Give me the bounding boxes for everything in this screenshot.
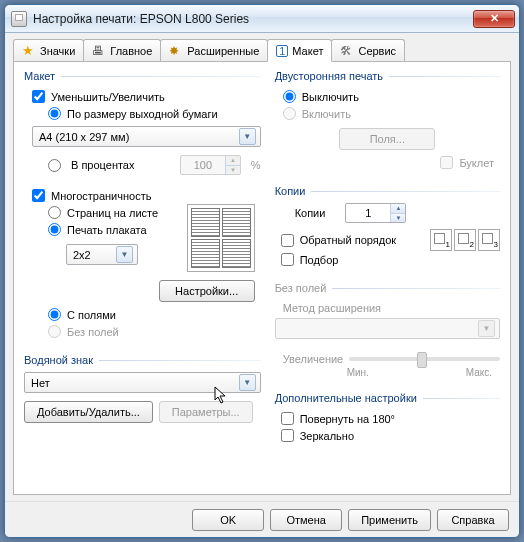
borderless-label: Без полей <box>67 326 119 338</box>
paper-size-dropdown[interactable]: А4 (210 x 297 мм) ▼ <box>32 126 261 147</box>
cancel-button[interactable]: Отмена <box>270 509 342 531</box>
booklet-row: Буклет <box>275 154 500 171</box>
spin-down-icon: ▼ <box>225 166 240 175</box>
extra-group: Дополнительные настройки Повернуть на 18… <box>275 392 500 444</box>
spin-up-icon: ▲ <box>225 156 240 166</box>
tab-content: Макет Уменьшить/Увеличить По размеру вых… <box>13 61 511 495</box>
chevron-down-icon: ▼ <box>116 246 133 263</box>
booklet-checkbox <box>440 156 453 169</box>
close-button[interactable]: ✕ <box>473 10 515 28</box>
tab-main[interactable]: 🖶 Главное <box>83 39 161 62</box>
copies-label: Копии <box>295 207 326 219</box>
chevron-down-icon: ▼ <box>239 128 256 145</box>
wrench-icon: 🛠 <box>340 44 354 58</box>
apply-button[interactable]: Применить <box>348 509 431 531</box>
reverse-order-label: Обратный порядок <box>300 234 396 246</box>
poster-radio[interactable] <box>48 223 61 236</box>
extra-title: Дополнительные настройки <box>275 392 500 404</box>
poster-size-dropdown[interactable]: 2x2 ▼ <box>66 244 138 265</box>
right-column: Двусторонняя печать Выключить Включить П… <box>275 70 500 486</box>
enlarge-label: Увеличение <box>283 353 344 365</box>
mirror-row[interactable]: Зеркально <box>275 427 500 444</box>
pages-per-sheet-radio[interactable] <box>48 206 61 219</box>
tab-badges[interactable]: ★ Значки <box>13 39 84 62</box>
percent-label: В процентах <box>71 159 135 171</box>
borderless-group: Без полей Метод расширения ▼ Увеличение … <box>275 282 500 378</box>
watermark-title: Водяной знак <box>24 354 261 366</box>
watermark-dropdown[interactable]: Нет ▼ <box>24 372 261 393</box>
method-label: Метод расширения <box>275 300 500 318</box>
fit-output-label: По размеру выходной бумаги <box>67 108 218 120</box>
star-icon: ★ <box>22 44 36 58</box>
percent-value: 100 <box>181 156 225 174</box>
ok-button[interactable]: OK <box>192 509 264 531</box>
percent-spinner: 100 ▲ ▼ <box>180 155 241 175</box>
fit-output-radio-row[interactable]: По размеру выходной бумаги <box>24 105 261 122</box>
dialog-buttons: OK Отмена Применить Справка <box>5 501 519 537</box>
copies-spinner[interactable]: 1 ▲ ▼ <box>345 203 406 223</box>
layout-group-title: Макет <box>24 70 261 82</box>
borderless-row: Без полей <box>24 323 261 340</box>
poster-preview <box>187 204 255 272</box>
rotate-label: Повернуть на 180° <box>300 413 395 425</box>
reverse-order-checkbox[interactable] <box>281 234 294 247</box>
watermark-add-remove-button[interactable]: Добавить/Удалить... <box>24 401 153 423</box>
watermark-params-button: Параметры... <box>159 401 253 423</box>
watermark-group: Водяной знак Нет ▼ Добавить/Удалить... П… <box>24 354 261 423</box>
method-dropdown: ▼ <box>275 318 500 339</box>
duplex-off-row[interactable]: Выключить <box>275 88 500 105</box>
multipage-settings-button[interactable]: Настройки... <box>159 280 255 302</box>
duplex-title: Двусторонняя печать <box>275 70 500 82</box>
tab-advanced-label: Расширенные <box>187 45 259 57</box>
tab-layout-label: Макет <box>292 45 323 57</box>
reduce-enlarge-label: Уменьшить/Увеличить <box>51 91 165 103</box>
duplex-margins-button: Поля... <box>339 128 435 150</box>
percent-suffix: % <box>251 159 261 171</box>
tab-advanced[interactable]: ✸ Расширенные <box>160 39 268 62</box>
collate-checkbox[interactable] <box>281 253 294 266</box>
paper-size-value: А4 (210 x 297 мм) <box>39 131 129 143</box>
fit-output-radio[interactable] <box>48 107 61 120</box>
duplex-off-radio[interactable] <box>283 90 296 103</box>
reduce-enlarge-check[interactable]: Уменьшить/Увеличить <box>24 88 261 105</box>
with-borders-row[interactable]: С полями <box>24 306 261 323</box>
percent-radio-row: В процентах 100 ▲ ▼ % <box>24 153 261 177</box>
copies-value: 1 <box>346 204 390 222</box>
pages-per-sheet-row[interactable]: Страниц на листе <box>24 204 187 221</box>
printer-small-icon: 🖶 <box>92 44 106 58</box>
left-column: Макет Уменьшить/Увеличить По размеру вых… <box>24 70 261 486</box>
preview-page <box>222 208 251 237</box>
spin-up-icon[interactable]: ▲ <box>390 204 405 214</box>
tab-main-label: Главное <box>110 45 152 57</box>
watermark-value: Нет <box>31 377 50 389</box>
spin-down-icon[interactable]: ▼ <box>390 214 405 223</box>
pages-per-sheet-label: Страниц на листе <box>67 207 158 219</box>
multipage-checkbox[interactable] <box>32 189 45 202</box>
mirror-checkbox[interactable] <box>281 429 294 442</box>
chevron-down-icon: ▼ <box>239 374 256 391</box>
collate-row[interactable]: Подбор <box>275 251 500 268</box>
preview-page <box>222 239 251 268</box>
tab-layout[interactable]: 1 Макет <box>267 39 332 62</box>
duplex-off-label: Выключить <box>302 91 359 103</box>
poster-row[interactable]: Печать плаката <box>24 221 187 238</box>
duplex-on-row: Включить <box>275 105 500 122</box>
multipage-label: Многостраничность <box>51 190 151 202</box>
rotate-row[interactable]: Повернуть на 180° <box>275 410 500 427</box>
booklet-label: Буклет <box>459 157 494 169</box>
collate-icon-3: 3 <box>478 229 500 251</box>
borderless-radio <box>48 325 61 338</box>
slider-max-label: Макс. <box>466 367 492 378</box>
tab-service[interactable]: 🛠 Сервис <box>331 39 405 62</box>
copies-group: Копии Копии 1 ▲ ▼ Обратный порядок <box>275 185 500 268</box>
titlebar: Настройка печати: EPSON L800 Series ✕ <box>5 5 519 33</box>
percent-radio[interactable] <box>48 159 61 172</box>
duplex-on-label: Включить <box>302 108 351 120</box>
with-borders-radio[interactable] <box>48 308 61 321</box>
reduce-enlarge-checkbox[interactable] <box>32 90 45 103</box>
duplex-group: Двусторонняя печать Выключить Включить П… <box>275 70 500 171</box>
help-button[interactable]: Справка <box>437 509 509 531</box>
rotate-checkbox[interactable] <box>281 412 294 425</box>
multipage-check-row[interactable]: Многостраничность <box>24 187 261 204</box>
borderless-title: Без полей <box>275 282 500 294</box>
